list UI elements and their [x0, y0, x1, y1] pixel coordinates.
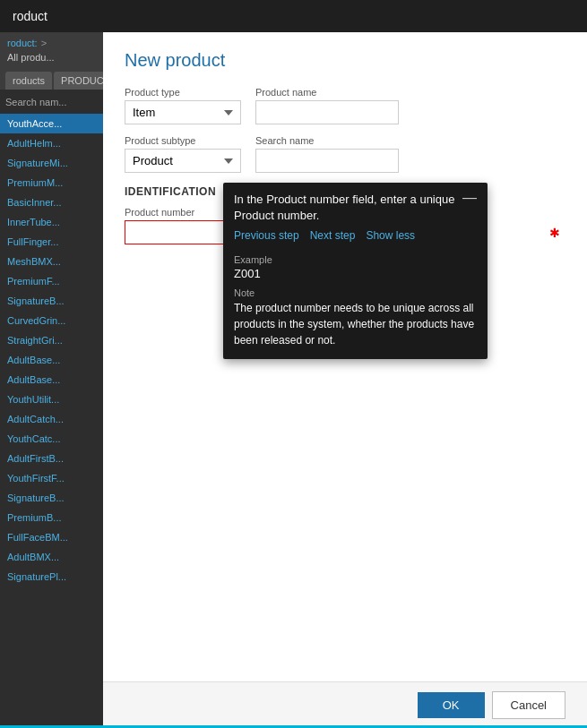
list-item-11[interactable]: StraightGri... [0, 330, 103, 350]
product-name-label: Product name [255, 87, 399, 98]
prev-step-link[interactable]: Previous step [234, 229, 299, 242]
form-row-2: Product subtype Product Search name [125, 135, 565, 173]
list-item-19[interactable]: SignatureB... [0, 488, 103, 508]
list-item-20[interactable]: PremiumB... [0, 508, 103, 527]
tooltip-note-label: Note [223, 287, 488, 300]
list-item-12[interactable]: AdultBase... [0, 350, 103, 370]
breadcrumb-separator: > [41, 38, 47, 48]
search-name-label: Search name [255, 135, 399, 146]
list-item-2[interactable]: SignatureMi... [0, 153, 103, 173]
sidebar: roduct: > All produ... roducts PRODUC...… [0, 32, 103, 728]
list-item-22[interactable]: AdultBMX... [0, 547, 103, 567]
list-item-14[interactable]: YouthUtilit... [0, 390, 103, 409]
product-type-group: Product type Item [125, 87, 241, 124]
tooltip-close-button[interactable]: — [462, 190, 477, 206]
next-step-link[interactable]: Next step [310, 229, 356, 242]
list-item-10[interactable]: CurvedGrin... [0, 311, 103, 330]
list-item-9[interactable]: SignatureB... [0, 291, 103, 311]
breadcrumb-link[interactable]: roduct: [7, 38, 38, 48]
tab-products[interactable]: roducts [5, 72, 52, 90]
product-type-label: Product type [125, 87, 241, 98]
list-item-8[interactable]: PremiumF... [0, 271, 103, 291]
title-bar: roduct [0, 0, 587, 32]
list-item-16[interactable]: YouthCatc... [0, 429, 103, 449]
list-item-0[interactable]: YouthAcce... [0, 114, 103, 133]
product-name-input[interactable] [255, 100, 399, 124]
ok-button[interactable]: OK [418, 692, 485, 718]
product-subtype-label: Product subtype [125, 135, 241, 146]
main-content: New product Product type Item Product na… [103, 32, 587, 728]
bottom-bar: OK Cancel [103, 681, 587, 728]
show-less-link[interactable]: Show less [366, 229, 415, 242]
breadcrumb-current: All produ... [7, 52, 55, 63]
tooltip-note-text: The product number needs to be unique ac… [223, 300, 488, 359]
list-item-3[interactable]: PremiumM... [0, 173, 103, 193]
list-item-21[interactable]: FullFaceBM... [0, 527, 103, 547]
product-subtype-group: Product subtype Product [125, 135, 241, 173]
search-bar: Search nam... [0, 90, 103, 114]
tooltip-example-value: Z001 [223, 267, 488, 287]
list-item-23[interactable]: SignaturePl... [0, 567, 103, 587]
list-item-1[interactable]: AdultHelm... [0, 133, 103, 153]
product-subtype-select[interactable]: Product [125, 149, 241, 173]
tooltip-header: In the Product number field, enter a uni… [223, 183, 488, 229]
tooltip-title: In the Product number field, enter a uni… [234, 192, 455, 224]
breadcrumb: roduct: > All produ... [0, 32, 103, 68]
tooltip-nav: Previous step Next step Show less [223, 229, 488, 249]
list-item-5[interactable]: InnerTube... [0, 212, 103, 232]
list-item-7[interactable]: MeshBMX... [0, 252, 103, 271]
list-item-4[interactable]: BasicInner... [0, 193, 103, 212]
search-name-group: Search name [255, 135, 399, 173]
list-item-15[interactable]: AdultCatch... [0, 409, 103, 429]
tab-bar: roducts PRODUC... [0, 68, 103, 90]
tab-produc[interactable]: PRODUC... [54, 72, 103, 90]
list-item-17[interactable]: AdultFirstB... [0, 449, 103, 468]
sidebar-list: YouthAcce... AdultHelm... SignatureMi...… [0, 114, 103, 728]
product-type-select[interactable]: Item [125, 100, 241, 124]
tooltip-example-label: Example [223, 249, 488, 267]
cancel-button[interactable]: Cancel [492, 691, 565, 719]
tooltip-popup: In the Product number field, enter a uni… [223, 183, 488, 359]
required-star-icon: ✱ [549, 226, 560, 240]
list-item-13[interactable]: AdultBase... [0, 370, 103, 390]
page-title: New product [125, 50, 565, 71]
product-name-group: Product name [255, 87, 399, 124]
search-name-input[interactable] [255, 149, 399, 173]
list-item-6[interactable]: FullFinger... [0, 232, 103, 252]
search-label: Search nam... [5, 97, 66, 107]
title-text: roduct [13, 9, 47, 23]
form-row-1: Product type Item Product name [125, 87, 565, 124]
list-item-18[interactable]: YouthFirstF... [0, 468, 103, 488]
